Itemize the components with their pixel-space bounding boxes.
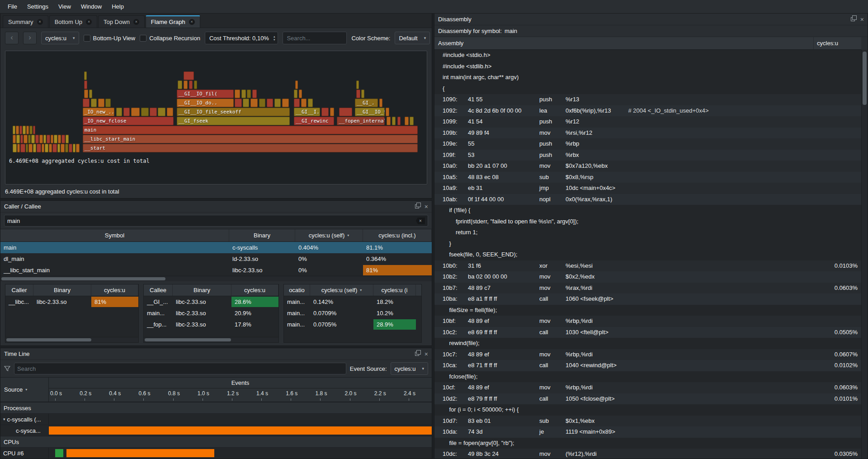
flame-frame[interactable] — [189, 80, 193, 89]
forward-button[interactable]: › — [23, 32, 37, 44]
flame-frame[interactable] — [45, 144, 48, 152]
flame-frame[interactable] — [339, 108, 352, 116]
flame-frame-gi-rewinc[interactable]: __GI_rewinc — [294, 117, 334, 125]
flame-frame[interactable] — [295, 80, 298, 89]
callees-hscrollbar[interactable] — [144, 337, 278, 342]
cost-threshold-spinbox[interactable]: Cost Threshold: 0,10% ▴▾ — [205, 32, 278, 44]
column-header-binary[interactable]: Binary — [173, 284, 231, 296]
timeline-row-cpu-6[interactable]: CPU #6 — [0, 447, 432, 459]
flame-frame[interactable] — [387, 117, 391, 125]
flame-frame[interactable] — [84, 90, 88, 98]
flame-frame[interactable] — [24, 135, 28, 143]
flame-frame[interactable] — [76, 144, 80, 152]
asm-line[interactable]: 10b0:31 f6xor%esi,%esi0.0103% — [434, 260, 861, 272]
tab-close-icon[interactable]: × — [133, 19, 139, 25]
asm-line[interactable]: 10a9:eb 31jmp10dc <main+0x4c> — [434, 183, 861, 194]
flame-frame-gi[interactable]: __GI_. — [355, 99, 378, 107]
asm-line[interactable]: 10d7:83 eb 01sub$0x1,%ebx — [434, 416, 861, 427]
flame-frame[interactable] — [33, 144, 36, 152]
asm-line[interactable]: 10ca:e8 71 ff ff ffcall1040 <rewind@plt>… — [434, 360, 861, 371]
flame-frame[interactable] — [105, 99, 111, 107]
filter-funnel-icon[interactable] — [4, 365, 10, 372]
disassembly-vscrollbar[interactable] — [861, 50, 868, 459]
timeline-search-field[interactable] — [14, 363, 346, 374]
column-header-binary[interactable]: Binary — [33, 284, 91, 296]
flame-frame[interactable] — [386, 108, 389, 116]
tab-flame-graph[interactable]: Flame Graph× — [146, 15, 200, 28]
timeline-row-c-sysca[interactable]: c-sysca... — [0, 425, 432, 436]
column-header-ocatio[interactable]: ocatio — [284, 284, 310, 296]
source-line[interactable]: fseek(file, 0, SEEK_END); — [434, 249, 861, 260]
flame-frame[interactable] — [379, 99, 382, 107]
flame-frame[interactable] — [37, 144, 41, 152]
flame-frame[interactable] — [84, 80, 87, 89]
flame-frame[interactable] — [57, 144, 60, 152]
flame-frame-gi-io-file-seekoff[interactable]: __GI__IO_file_seekoff — [177, 108, 290, 116]
callers-hscrollbar[interactable] — [5, 337, 138, 342]
asm-line[interactable]: 10c2:e8 69 ff ff ffcall1030 <ftell@plt>0… — [434, 327, 861, 338]
flame-frame[interactable] — [259, 99, 265, 107]
source-line[interactable]: } — [434, 238, 861, 250]
asm-line[interactable]: 10b2:ba 02 00 00 00mov$0x2,%edx — [434, 271, 861, 283]
flame-frame[interactable] — [178, 80, 182, 89]
flame-frame[interactable] — [282, 99, 289, 107]
flame-frame-io-new-fclose[interactable]: _IO_new_fclose — [83, 117, 174, 125]
source-line[interactable]: for (i = 0; i < 500000; ++i) { — [434, 404, 861, 416]
flame-frame[interactable] — [397, 117, 401, 125]
collapse-recursion-checkbox[interactable]: Collapse Recursion — [140, 35, 200, 42]
flame-frame[interactable] — [13, 135, 16, 143]
caller-row[interactable]: __libc...libc-2.33.so81% — [5, 296, 138, 308]
asm-line[interactable]: 10ab:0f 1f 44 00 00nopl0x0(%rax,%rax,1) — [434, 194, 861, 205]
flame-frame[interactable] — [184, 80, 188, 89]
flame-frame[interactable] — [69, 144, 72, 152]
source-line[interactable]: if (!file) { — [434, 205, 861, 216]
flame-frame[interactable] — [47, 135, 50, 143]
tab-close-icon[interactable]: × — [189, 19, 195, 25]
scroll-thumb[interactable] — [6, 338, 91, 341]
source-line[interactable]: #include <stdio.h> — [434, 50, 861, 61]
close-dock-icon[interactable]: × — [425, 204, 428, 209]
flame-frame[interactable] — [52, 144, 57, 152]
flame-frame[interactable] — [65, 144, 68, 152]
flame-frame[interactable] — [73, 144, 75, 152]
symbol-filter-field[interactable]: × — [4, 215, 428, 227]
flame-frame-gi-io-file[interactable]: __GI__IO_file — [355, 108, 385, 116]
flamegraph-search-input[interactable] — [283, 32, 347, 44]
color-scheme-combo[interactable]: Default ▾ — [395, 32, 430, 44]
menu-help[interactable]: Help — [107, 0, 129, 13]
menu-window[interactable]: Window — [76, 0, 107, 13]
flame-frame-libc-start-main[interactable]: __libc_start_main — [83, 135, 418, 143]
flame-frame[interactable] — [392, 117, 396, 125]
tab-close-icon[interactable]: × — [37, 19, 43, 25]
asm-line[interactable]: 10a0:bb 20 a1 07 00mov$0x7a120,%ebx — [434, 161, 861, 172]
asm-line[interactable]: 109b:49 89 f4mov%rsi,%r12 — [434, 128, 861, 139]
flame-frame[interactable] — [66, 135, 69, 143]
source-line[interactable]: rewind(file); — [434, 338, 861, 349]
column-header-cycles-u-self[interactable]: cycles:u (self)▾ — [295, 229, 363, 241]
source-column-header[interactable]: Source ▾ — [0, 378, 49, 402]
flame-frame[interactable] — [42, 144, 44, 152]
asm-line[interactable]: 10ba:e8 a1 ff ff ffcall1060 <fseek@plt> — [434, 293, 861, 305]
scroll-thumb[interactable] — [145, 338, 231, 341]
event-type-combo[interactable]: cycles:u ▾ — [41, 32, 79, 44]
asm-line[interactable]: 1092:4c 8d 2d 6b 0f 00 00lea0xf6b(%rip),… — [434, 105, 861, 117]
flame-frame[interactable] — [49, 144, 52, 152]
asm-line[interactable]: 1099:41 54push%r12 — [434, 116, 861, 128]
source-line[interactable]: file = fopen(argv[0], "rb"); — [434, 438, 861, 449]
column-header-cycles-u[interactable]: cycles:u — [91, 284, 138, 296]
asm-line[interactable]: 10dc:49 8b 3c 24mov(%r12),%rdi0.0305% — [434, 449, 861, 459]
flame-frame[interactable] — [141, 108, 149, 116]
flame-frame[interactable] — [17, 144, 20, 152]
flame-frame[interactable] — [356, 90, 360, 98]
flame-frame[interactable] — [23, 126, 26, 134]
flame-frame[interactable] — [294, 99, 300, 107]
column-header-callee[interactable]: Callee — [144, 284, 173, 296]
flame-frame-gi-i[interactable]: __GI__I. — [294, 108, 321, 116]
flame-frame[interactable] — [410, 117, 414, 125]
tab-bottom-up[interactable]: Bottom Up× — [49, 15, 97, 28]
flame-frame[interactable] — [235, 90, 240, 98]
float-dock-icon[interactable] — [851, 17, 855, 21]
flame-frame[interactable] — [26, 144, 28, 152]
flame-frame[interactable] — [116, 108, 123, 116]
timeline-group-processes[interactable]: Processes — [0, 402, 432, 413]
